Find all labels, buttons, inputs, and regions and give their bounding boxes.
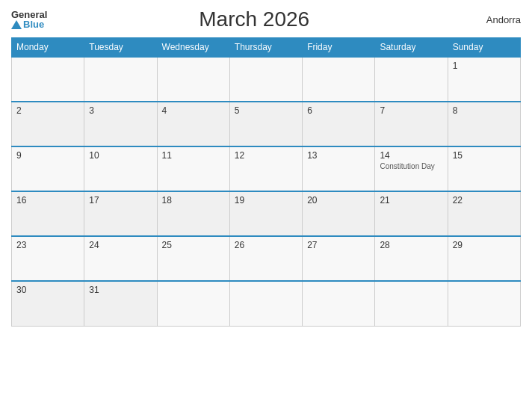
calendar-cell — [157, 57, 229, 102]
calendar-cell: 19 — [229, 191, 302, 236]
calendar-cell — [229, 281, 302, 326]
calendar-cell — [84, 57, 157, 102]
calendar-cell: 6 — [303, 102, 375, 146]
day-number: 19 — [235, 195, 297, 206]
day-number: 2 — [16, 105, 79, 116]
calendar-cell: 8 — [448, 102, 520, 146]
calendar-cell: 26 — [229, 236, 302, 281]
calendar-cell: 17 — [84, 191, 157, 236]
day-number: 14 — [380, 150, 442, 161]
calendar-cell: 16 — [12, 191, 84, 236]
calendar-title: March 2026 — [47, 7, 461, 31]
day-number: 7 — [380, 105, 442, 116]
day-number: 1 — [453, 61, 516, 71]
calendar-cell: 2 — [12, 102, 84, 146]
day-event: Constitution Day — [380, 162, 442, 170]
calendar-cell: 21 — [375, 191, 448, 236]
logo: General Blue — [11, 10, 47, 29]
calendar-cell: 28 — [375, 236, 448, 281]
logo-triangle-icon — [11, 20, 22, 29]
calendar-cell — [229, 57, 302, 102]
calendar-cell: 1 — [448, 57, 520, 102]
day-number: 27 — [307, 240, 370, 250]
day-number: 31 — [89, 285, 152, 295]
day-number: 12 — [235, 150, 297, 161]
day-number: 17 — [89, 195, 152, 206]
calendar-cell: 5 — [229, 102, 302, 146]
day-number: 21 — [380, 195, 442, 206]
calendar-cell: 13 — [303, 146, 375, 191]
day-number: 18 — [162, 195, 225, 206]
calendar-cell: 25 — [157, 236, 229, 281]
day-number: 24 — [89, 240, 152, 250]
day-number: 22 — [453, 195, 516, 206]
day-number: 3 — [89, 105, 152, 116]
calendar-cell: 29 — [448, 236, 520, 281]
weekday-header-tuesday: Tuesday — [84, 38, 157, 58]
calendar-cell: 30 — [12, 281, 84, 326]
calendar-cell: 11 — [157, 146, 229, 191]
day-number: 29 — [453, 240, 516, 250]
calendar-week-row: 91011121314Constitution Day15 — [12, 146, 521, 191]
day-number: 30 — [16, 285, 79, 295]
calendar-cell — [303, 57, 375, 102]
day-number: 16 — [16, 195, 79, 206]
calendar-header: General Blue March 2026 Andorra — [11, 7, 521, 31]
weekday-header-wednesday: Wednesday — [157, 38, 229, 58]
calendar-cell: 3 — [84, 102, 157, 146]
calendar-cell: 10 — [84, 146, 157, 191]
day-number: 20 — [307, 195, 370, 206]
weekday-header-row: MondayTuesdayWednesdayThursdayFridaySatu… — [12, 38, 521, 58]
day-number: 26 — [235, 240, 297, 250]
calendar-cell — [12, 57, 84, 102]
calendar-cell: 18 — [157, 191, 229, 236]
calendar-week-row: 2345678 — [12, 102, 521, 146]
calendar-cell: 31 — [84, 281, 157, 326]
calendar-cell: 22 — [448, 191, 520, 236]
weekday-header-sunday: Sunday — [448, 38, 520, 58]
logo-blue-text: Blue — [11, 19, 44, 29]
calendar-cell: 24 — [84, 236, 157, 281]
day-number: 5 — [235, 105, 297, 116]
calendar-cell: 27 — [303, 236, 375, 281]
day-number: 13 — [307, 150, 370, 161]
calendar-cell — [375, 57, 448, 102]
calendar-cell — [375, 281, 448, 326]
calendar-cell: 15 — [448, 146, 520, 191]
calendar-cell — [448, 281, 520, 326]
weekday-header-saturday: Saturday — [375, 38, 448, 58]
day-number: 15 — [453, 150, 516, 161]
day-number: 4 — [162, 105, 225, 116]
calendar-cell: 12 — [229, 146, 302, 191]
calendar-cell: 9 — [12, 146, 84, 191]
calendar-week-row: 1 — [12, 57, 521, 102]
weekday-header-monday: Monday — [12, 38, 84, 58]
weekday-header-thursday: Thursday — [229, 38, 302, 58]
calendar-cell: 7 — [375, 102, 448, 146]
calendar-week-row: 3031 — [12, 281, 521, 326]
day-number: 9 — [16, 150, 79, 161]
calendar-cell: 4 — [157, 102, 229, 146]
country-label: Andorra — [461, 14, 521, 25]
calendar-cell — [157, 281, 229, 326]
calendar-week-row: 16171819202122 — [12, 191, 521, 236]
day-number: 25 — [162, 240, 225, 250]
day-number: 6 — [307, 105, 370, 116]
day-number: 10 — [89, 150, 152, 161]
calendar-cell: 23 — [12, 236, 84, 281]
calendar-cell — [303, 281, 375, 326]
day-number: 28 — [380, 240, 442, 250]
day-number: 11 — [162, 150, 225, 161]
calendar-week-row: 23242526272829 — [12, 236, 521, 281]
weekday-header-friday: Friday — [303, 38, 375, 58]
calendar-cell: 20 — [303, 191, 375, 236]
calendar-cell: 14Constitution Day — [375, 146, 448, 191]
day-number: 23 — [16, 240, 79, 250]
calendar-table: MondayTuesdayWednesdayThursdayFridaySatu… — [11, 37, 521, 327]
day-number: 8 — [453, 105, 516, 116]
